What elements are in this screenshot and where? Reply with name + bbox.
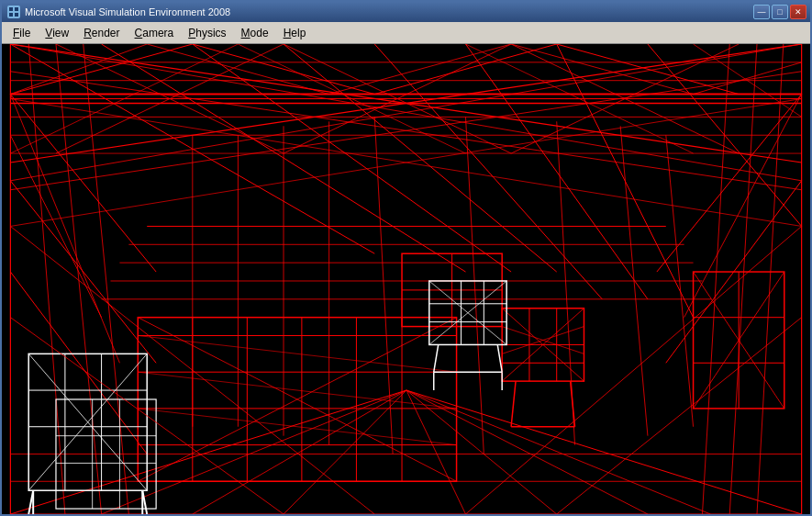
menu-bar: File View Render Camera Physics Mode Hel… — [2, 22, 810, 44]
menu-camera[interactable]: Camera — [128, 25, 182, 41]
menu-view[interactable]: View — [38, 25, 76, 41]
app-icon — [7, 6, 20, 18]
menu-physics[interactable]: Physics — [181, 25, 233, 41]
close-button[interactable]: ✕ — [790, 5, 806, 19]
svg-rect-2 — [9, 13, 13, 17]
svg-rect-4 — [10, 44, 801, 514]
minimize-button[interactable]: — — [753, 5, 770, 19]
menu-file[interactable]: File — [6, 25, 38, 41]
window-title: Microsoft Visual Simulation Environment … — [25, 6, 230, 17]
menu-render[interactable]: Render — [76, 25, 127, 41]
title-controls: — □ ✕ — [753, 5, 806, 19]
menu-mode[interactable]: Mode — [234, 25, 276, 41]
maximize-button[interactable]: □ — [772, 5, 788, 19]
svg-rect-1 — [15, 7, 18, 11]
title-bar-left: Microsoft Visual Simulation Environment … — [7, 6, 230, 18]
viewport[interactable] — [2, 44, 810, 514]
wireframe-scene — [2, 44, 810, 514]
svg-rect-3 — [15, 13, 18, 17]
menu-help[interactable]: Help — [276, 25, 314, 41]
main-window: Microsoft Visual Simulation Environment … — [0, 0, 812, 516]
title-bar: Microsoft Visual Simulation Environment … — [2, 2, 810, 22]
svg-rect-0 — [9, 7, 13, 11]
